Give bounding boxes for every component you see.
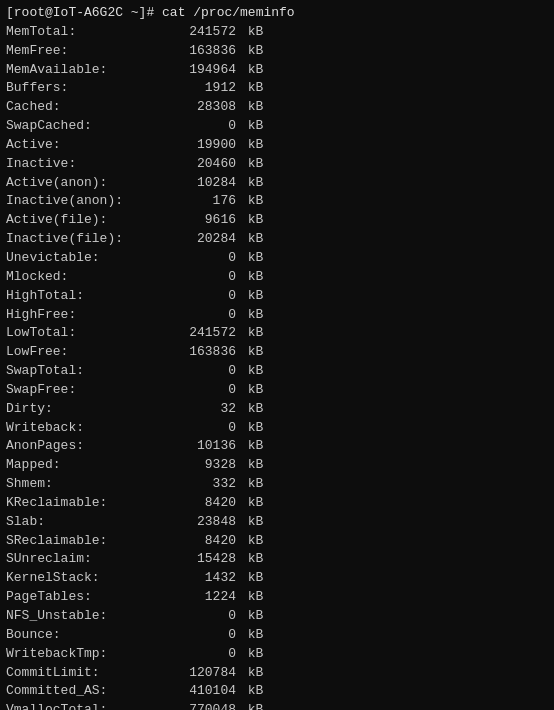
meminfo-value: 1432 bbox=[166, 569, 236, 588]
meminfo-unit: kB bbox=[240, 155, 263, 174]
meminfo-value: 10136 bbox=[166, 437, 236, 456]
meminfo-value: 0 bbox=[166, 626, 236, 645]
meminfo-unit: kB bbox=[240, 306, 263, 325]
meminfo-unit: kB bbox=[240, 42, 263, 61]
meminfo-value: 332 bbox=[166, 475, 236, 494]
meminfo-value: 9328 bbox=[166, 456, 236, 475]
meminfo-label: KernelStack: bbox=[6, 569, 166, 588]
meminfo-label: Dirty: bbox=[6, 400, 166, 419]
meminfo-value: 770048 bbox=[166, 701, 236, 710]
meminfo-unit: kB bbox=[240, 569, 263, 588]
meminfo-row: Active(anon):10284 kB bbox=[6, 174, 548, 193]
meminfo-row: Mapped:9328 kB bbox=[6, 456, 548, 475]
meminfo-unit: kB bbox=[240, 682, 263, 701]
meminfo-label: Inactive(anon): bbox=[6, 192, 166, 211]
meminfo-value: 32 bbox=[166, 400, 236, 419]
meminfo-unit: kB bbox=[240, 249, 263, 268]
meminfo-label: LowFree: bbox=[6, 343, 166, 362]
meminfo-value: 120784 bbox=[166, 664, 236, 683]
meminfo-unit: kB bbox=[240, 61, 263, 80]
meminfo-label: Cached: bbox=[6, 98, 166, 117]
meminfo-value: 0 bbox=[166, 117, 236, 136]
meminfo-unit: kB bbox=[240, 456, 263, 475]
meminfo-label: Writeback: bbox=[6, 419, 166, 438]
meminfo-row: Inactive(file):20284 kB bbox=[6, 230, 548, 249]
meminfo-label: MemTotal: bbox=[6, 23, 166, 42]
meminfo-row: PageTables:1224 kB bbox=[6, 588, 548, 607]
meminfo-value: 0 bbox=[166, 287, 236, 306]
meminfo-row: SwapTotal:0 kB bbox=[6, 362, 548, 381]
meminfo-unit: kB bbox=[240, 437, 263, 456]
meminfo-value: 1224 bbox=[166, 588, 236, 607]
meminfo-label: SwapCached: bbox=[6, 117, 166, 136]
meminfo-value: 0 bbox=[166, 362, 236, 381]
meminfo-unit: kB bbox=[240, 117, 263, 136]
meminfo-row: Bounce:0 kB bbox=[6, 626, 548, 645]
meminfo-value: 15428 bbox=[166, 550, 236, 569]
meminfo-unit: kB bbox=[240, 588, 263, 607]
meminfo-row: SReclaimable:8420 kB bbox=[6, 532, 548, 551]
meminfo-label: Active(file): bbox=[6, 211, 166, 230]
meminfo-row: VmallocTotal:770048 kB bbox=[6, 701, 548, 710]
meminfo-value: 194964 bbox=[166, 61, 236, 80]
meminfo-row: Committed_AS:410104 kB bbox=[6, 682, 548, 701]
meminfo-value: 8420 bbox=[166, 532, 236, 551]
meminfo-unit: kB bbox=[240, 381, 263, 400]
top-prompt-line: [root@IoT-A6G2C ~]# cat /proc/meminfo bbox=[6, 4, 548, 23]
meminfo-value: 19900 bbox=[166, 136, 236, 155]
meminfo-unit: kB bbox=[240, 475, 263, 494]
meminfo-label: CommitLimit: bbox=[6, 664, 166, 683]
meminfo-row: Mlocked:0 kB bbox=[6, 268, 548, 287]
meminfo-value: 0 bbox=[166, 306, 236, 325]
meminfo-row: SUnreclaim:15428 kB bbox=[6, 550, 548, 569]
meminfo-value: 10284 bbox=[166, 174, 236, 193]
terminal: [root@IoT-A6G2C ~]# cat /proc/meminfo Me… bbox=[0, 0, 554, 710]
meminfo-value: 410104 bbox=[166, 682, 236, 701]
meminfo-list: MemTotal:241572 kBMemFree:163836 kBMemAv… bbox=[6, 23, 548, 710]
meminfo-row: Shmem:332 kB bbox=[6, 475, 548, 494]
meminfo-label: NFS_Unstable: bbox=[6, 607, 166, 626]
meminfo-label: Buffers: bbox=[6, 79, 166, 98]
meminfo-row: Inactive(anon):176 kB bbox=[6, 192, 548, 211]
top-prompt-text: [root@IoT-A6G2C ~]# cat /proc/meminfo bbox=[6, 4, 295, 23]
meminfo-row: Inactive:20460 kB bbox=[6, 155, 548, 174]
meminfo-row: MemAvailable:194964 kB bbox=[6, 61, 548, 80]
meminfo-label: SReclaimable: bbox=[6, 532, 166, 551]
meminfo-row: MemTotal:241572 kB bbox=[6, 23, 548, 42]
meminfo-unit: kB bbox=[240, 532, 263, 551]
meminfo-label: KReclaimable: bbox=[6, 494, 166, 513]
meminfo-unit: kB bbox=[240, 701, 263, 710]
meminfo-label: MemAvailable: bbox=[6, 61, 166, 80]
meminfo-unit: kB bbox=[240, 664, 263, 683]
meminfo-label: PageTables: bbox=[6, 588, 166, 607]
meminfo-label: MemFree: bbox=[6, 42, 166, 61]
meminfo-row: LowTotal:241572 kB bbox=[6, 324, 548, 343]
meminfo-label: SUnreclaim: bbox=[6, 550, 166, 569]
meminfo-unit: kB bbox=[240, 645, 263, 664]
meminfo-value: 241572 bbox=[166, 324, 236, 343]
meminfo-label: Slab: bbox=[6, 513, 166, 532]
meminfo-row: Active(file):9616 kB bbox=[6, 211, 548, 230]
meminfo-unit: kB bbox=[240, 626, 263, 645]
meminfo-unit: kB bbox=[240, 287, 263, 306]
meminfo-row: HighFree:0 kB bbox=[6, 306, 548, 325]
meminfo-unit: kB bbox=[240, 362, 263, 381]
meminfo-value: 0 bbox=[166, 645, 236, 664]
meminfo-unit: kB bbox=[240, 174, 263, 193]
meminfo-row: MemFree:163836 kB bbox=[6, 42, 548, 61]
meminfo-value: 9616 bbox=[166, 211, 236, 230]
meminfo-value: 176 bbox=[166, 192, 236, 211]
meminfo-row: CommitLimit:120784 kB bbox=[6, 664, 548, 683]
meminfo-value: 0 bbox=[166, 268, 236, 287]
meminfo-value: 20284 bbox=[166, 230, 236, 249]
meminfo-row: Writeback:0 kB bbox=[6, 419, 548, 438]
meminfo-row: SwapCached:0 kB bbox=[6, 117, 548, 136]
meminfo-unit: kB bbox=[240, 400, 263, 419]
meminfo-row: Active:19900 kB bbox=[6, 136, 548, 155]
meminfo-label: AnonPages: bbox=[6, 437, 166, 456]
meminfo-unit: kB bbox=[240, 230, 263, 249]
meminfo-row: KernelStack:1432 kB bbox=[6, 569, 548, 588]
meminfo-label: Inactive(file): bbox=[6, 230, 166, 249]
meminfo-value: 163836 bbox=[166, 42, 236, 61]
meminfo-label: Committed_AS: bbox=[6, 682, 166, 701]
